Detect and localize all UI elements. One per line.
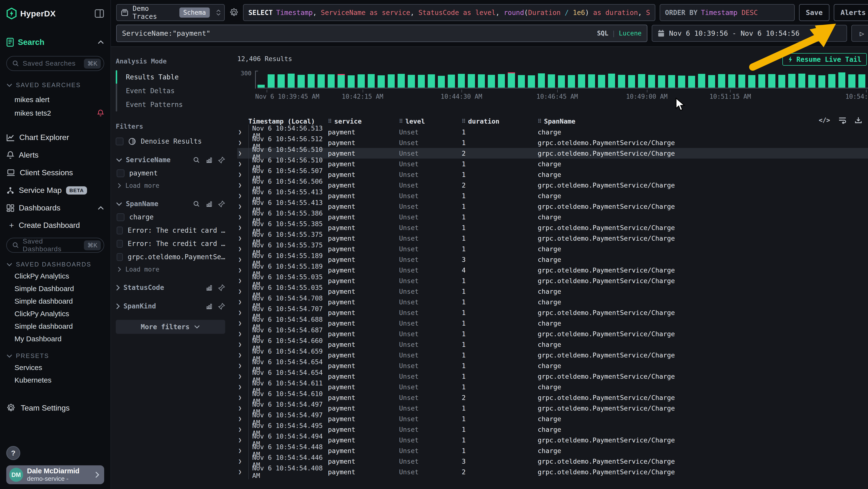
nav-search[interactable]: Search <box>6 38 104 47</box>
filter-checkbox[interactable] <box>117 227 123 234</box>
saved-dashboards-group[interactable]: SAVED DASHBOARDS <box>6 261 104 268</box>
search-query-input[interactable]: ServiceName:"payment" SQL | Lucene <box>116 25 647 42</box>
column-header-level[interactable]: ⠿level <box>399 118 462 125</box>
row-expander-icon[interactable]: ❯ <box>237 235 248 241</box>
row-expander-icon[interactable]: ❯ <box>237 150 248 156</box>
saved-dashboard-item[interactable]: ClickPy Analytics <box>6 270 104 282</box>
wrap-lines-icon[interactable] <box>838 117 846 124</box>
gear-icon[interactable] <box>229 8 239 18</box>
row-expander-icon[interactable]: ❯ <box>237 171 248 178</box>
saved-dashboard-item[interactable]: ClickPy Analytics <box>6 308 104 320</box>
histogram-bar[interactable] <box>618 75 625 88</box>
resume-live-tail-button[interactable]: Resume Live Tail <box>782 53 867 66</box>
saved-dashboard-item[interactable]: Simple Dashboard <box>6 282 104 295</box>
histogram-bar[interactable] <box>708 75 715 88</box>
preset-item[interactable]: Services <box>6 361 104 374</box>
histogram-bar[interactable] <box>528 75 535 88</box>
table-row[interactable]: ❯Nov 6 10:54:55.035 AMpaymentUnset1grpc.… <box>237 276 868 286</box>
histogram-bar[interactable] <box>598 75 605 88</box>
histogram-bar[interactable] <box>308 74 315 88</box>
source-select[interactable]: Demo Traces Schema <box>116 4 225 21</box>
table-row[interactable]: ❯Nov 6 10:54:54.654 AMpaymentUnset1grpc.… <box>237 371 868 382</box>
histogram-bar[interactable] <box>648 75 655 88</box>
row-expander-icon[interactable]: ❯ <box>237 352 248 358</box>
analysis-mode-event-deltas[interactable]: Event Deltas <box>117 84 183 98</box>
histogram-bar[interactable] <box>758 74 766 88</box>
histogram-bar[interactable] <box>338 74 345 88</box>
row-expander-icon[interactable]: ❯ <box>237 246 248 252</box>
histogram-bar[interactable] <box>728 74 735 88</box>
row-expander-icon[interactable]: ❯ <box>237 288 248 295</box>
histogram-bar[interactable] <box>768 74 775 88</box>
histogram-bar[interactable] <box>558 75 565 88</box>
table-row[interactable]: ❯Nov 6 10:54:56.510 AMpaymentUnset2grpc.… <box>237 148 868 159</box>
table-row[interactable]: ❯Nov 6 10:54:54.497 AMpaymentUnset1charg… <box>237 413 868 424</box>
row-expander-icon[interactable]: ❯ <box>237 394 248 401</box>
drag-handle-icon[interactable]: ⠿ <box>538 118 541 124</box>
bar-chart-icon[interactable] <box>206 303 213 310</box>
filter-value-row[interactable]: Error: The credit card … <box>116 240 225 248</box>
save-button[interactable]: Save <box>799 4 830 21</box>
filter-value-row[interactable]: charge <box>116 213 225 221</box>
row-expander-icon[interactable]: ❯ <box>237 298 248 305</box>
saved-searches-input[interactable]: Saved Searches ⌘K <box>6 56 104 71</box>
row-expander-icon[interactable]: ❯ <box>237 330 248 337</box>
load-more-button[interactable]: Load more <box>116 266 225 273</box>
pin-icon[interactable] <box>218 303 225 310</box>
table-row[interactable]: ❯Nov 6 10:54:55.375 AMpaymentUnset1grpc.… <box>237 233 868 243</box>
histogram-bar[interactable] <box>388 74 395 88</box>
row-expander-icon[interactable]: ❯ <box>237 426 248 433</box>
histogram-bar[interactable] <box>778 75 785 88</box>
saved-dashboard-item[interactable]: My Dashboard <box>6 333 104 345</box>
filter-group-spanname[interactable]: SpanName <box>116 200 225 208</box>
histogram-bar[interactable] <box>408 75 415 88</box>
nav-item-client-sessions[interactable]: Client Sessions <box>6 165 104 180</box>
table-row[interactable]: ❯Nov 6 10:54:54.659 AMpaymentUnset1grpc.… <box>237 350 868 361</box>
table-row[interactable]: ❯Nov 6 10:54:55.035 AMpaymentUnset1charg… <box>237 286 868 297</box>
histogram-bar[interactable] <box>668 75 675 88</box>
saved-search-item[interactable]: mikes tets2 <box>6 107 104 120</box>
histogram-bar[interactable] <box>268 74 275 88</box>
filter-group-statuscode[interactable]: StatusCode <box>116 284 225 292</box>
histogram-bar[interactable] <box>257 85 265 88</box>
histogram-bar[interactable] <box>638 74 645 88</box>
bar-chart-icon[interactable] <box>206 200 213 207</box>
schema-badge[interactable]: Schema <box>179 7 210 18</box>
denoise-toggle[interactable]: Denoise Results <box>116 137 225 145</box>
column-header-duration[interactable]: ⠿duration <box>462 118 538 125</box>
histogram-bar[interactable] <box>838 73 845 88</box>
nav-item-alerts[interactable]: Alerts <box>6 147 104 163</box>
search-icon[interactable] <box>193 200 200 207</box>
row-expander-icon[interactable]: ❯ <box>237 267 248 274</box>
column-header-spanname[interactable]: ⠿SpanName <box>538 118 868 125</box>
drag-handle-icon[interactable]: ⠿ <box>328 118 332 124</box>
histogram-bar[interactable] <box>848 74 856 88</box>
row-expander-icon[interactable]: ❯ <box>237 458 248 465</box>
bar-chart-icon[interactable] <box>206 284 213 291</box>
table-row[interactable]: ❯Nov 6 10:54:54.494 AMpaymentUnset1grpc.… <box>237 435 868 445</box>
histogram-bar[interactable] <box>858 74 866 88</box>
table-row[interactable]: ❯Nov 6 10:54:54.654 AMpaymentUnset1charg… <box>237 361 868 371</box>
row-expander-icon[interactable]: ❯ <box>237 373 248 380</box>
select-clause-input[interactable]: SELECT Timestamp, ServiceName as service… <box>243 4 655 21</box>
table-row[interactable]: ❯Nov 6 10:54:56.506 AMpaymentUnset2grpc.… <box>237 180 868 191</box>
row-expander-icon[interactable]: ❯ <box>237 203 248 210</box>
table-row[interactable]: ❯Nov 6 10:54:54.610 AMpaymentUnset2grpc.… <box>237 392 868 403</box>
histogram-bar[interactable] <box>798 74 806 88</box>
row-expander-icon[interactable]: ❯ <box>237 139 248 146</box>
filter-value-row[interactable]: grpc.oteldemo.PaymentSe… <box>116 253 225 261</box>
filter-group-servicename[interactable]: ServiceName <box>116 156 225 164</box>
table-row[interactable]: ❯Nov 6 10:54:54.446 AMpaymentUnset3grpc.… <box>237 456 868 466</box>
table-row[interactable]: ❯Nov 6 10:54:54.497 AMpaymentUnset1grpc.… <box>237 403 868 413</box>
chevron-up-icon[interactable] <box>97 40 104 45</box>
histogram-bar[interactable] <box>398 74 405 88</box>
histogram-bar[interactable] <box>498 74 505 88</box>
histogram-bar[interactable] <box>348 75 355 88</box>
histogram-bar[interactable] <box>508 73 515 88</box>
histogram-bar[interactable] <box>468 74 475 88</box>
chevron-down-icon[interactable] <box>116 202 123 206</box>
run-query-button[interactable]: ▷ <box>851 25 868 42</box>
chevron-up-icon[interactable] <box>97 206 104 210</box>
filter-checkbox[interactable] <box>117 169 124 177</box>
histogram-bar[interactable] <box>548 74 555 88</box>
